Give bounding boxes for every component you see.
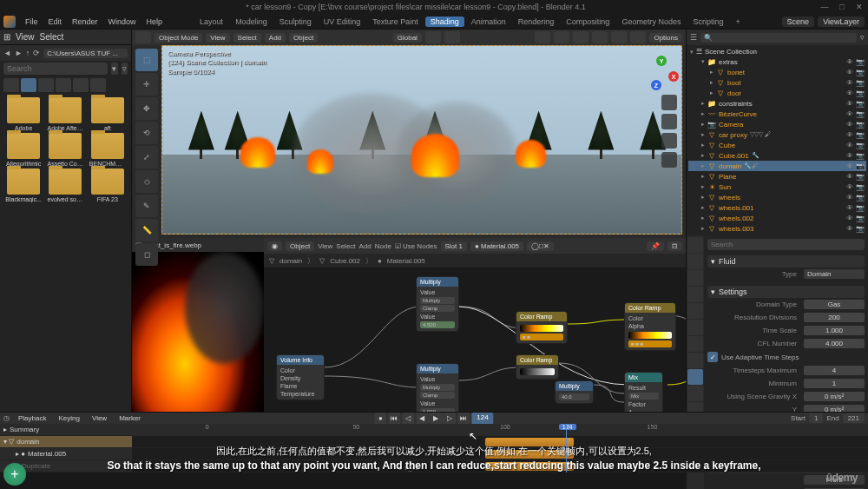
vp-select-menu[interactable]: Select	[233, 33, 261, 43]
outliner-search[interactable]: 🔍	[700, 33, 857, 43]
tab-rendering[interactable]: Rendering	[513, 17, 560, 27]
end-frame-field[interactable]: 221	[843, 413, 865, 423]
keyframe-clip[interactable]	[485, 438, 574, 446]
particle-tab-icon[interactable]	[687, 353, 703, 368]
eye-icon[interactable]: 👁	[846, 79, 853, 87]
shading-solid-icon[interactable]	[592, 31, 608, 43]
folder-item[interactable]: aft	[88, 97, 128, 131]
select-tool-icon[interactable]: ⬚	[135, 49, 158, 71]
annotate-tool-icon[interactable]: ✎	[135, 195, 158, 217]
eye-icon[interactable]: 👁	[846, 142, 853, 149]
fb-up-icon[interactable]: ↑	[26, 49, 30, 57]
camera-icon[interactable]	[661, 133, 677, 149]
eye-icon[interactable]: 👁	[846, 121, 853, 129]
prop-value[interactable]: 4.000	[804, 339, 865, 348]
physics-tab-icon[interactable]	[687, 369, 703, 385]
ne-shader-type[interactable]: Object	[286, 241, 314, 251]
eye-icon[interactable]: 👁	[846, 100, 853, 108]
folder-item[interactable]: Adobe After ...	[45, 97, 85, 131]
outliner-row[interactable]: ▸▽domain 🔧🖌👁📷	[688, 161, 866, 171]
outliner-row[interactable]: ▸▽wheels👁📷	[688, 192, 866, 202]
track-material[interactable]: ▸ ● Material.005	[0, 448, 132, 460]
eye-icon[interactable]: 👁	[846, 173, 853, 181]
ortho-icon[interactable]	[661, 152, 677, 168]
render-icon[interactable]: 📷	[856, 215, 865, 222]
eye-icon[interactable]: 👁	[846, 162, 853, 170]
shading-rendered-icon[interactable]	[630, 31, 646, 43]
fb-fwd-icon[interactable]: ►	[15, 49, 23, 57]
tab-scripting[interactable]: Scripting	[687, 17, 728, 27]
folder-item[interactable]: Assetto Corsa	[45, 133, 85, 167]
node-canvas[interactable]: Volume Info Color Density Flame Temperat…	[264, 268, 686, 412]
world-tab-icon[interactable]	[687, 303, 703, 319]
folder-item[interactable]: evolved soft...	[45, 169, 85, 202]
node-editor[interactable]: ◉ Object View Select Add Node ☑ Use Node…	[264, 238, 686, 412]
outliner-row[interactable]: ▾📁extras👁📷	[688, 56, 866, 67]
object-tab-icon[interactable]	[687, 320, 703, 335]
breadcrumb-mat[interactable]: Material.005	[387, 257, 425, 265]
modifier-tab-icon[interactable]	[687, 336, 703, 352]
tab-geonodes[interactable]: Geometry Nodes	[616, 17, 686, 27]
jump-start-icon[interactable]: ⏮	[388, 413, 400, 425]
eye-icon[interactable]: 👁	[846, 131, 853, 139]
fb-search-input[interactable]	[3, 63, 108, 75]
folder-item[interactable]: Blackmagic...	[3, 169, 43, 202]
mode-selector[interactable]: Object Mode	[155, 33, 202, 43]
playhead[interactable]	[566, 424, 567, 472]
tab-modeling[interactable]: Modeling	[230, 17, 273, 27]
transform-tool-icon[interactable]: ◇	[135, 170, 158, 193]
node-socket[interactable]: Value	[420, 375, 455, 383]
outliner-row[interactable]: ▸▽car proxy ▽▽▽ 🖌👁📷	[688, 129, 866, 140]
render-tab-icon[interactable]	[687, 237, 703, 253]
eye-icon[interactable]: 👁	[846, 89, 853, 97]
fb-back-icon[interactable]: ◄	[3, 49, 11, 57]
axis-z-icon[interactable]: Z	[651, 80, 661, 90]
node-socket[interactable]: Alpha	[628, 322, 672, 330]
fb-list-icon[interactable]	[3, 78, 19, 92]
render-icon[interactable]: 📷	[856, 225, 865, 233]
tab-compositing[interactable]: Compositing	[561, 17, 615, 27]
fb-view3-icon[interactable]	[38, 78, 54, 92]
output-tab-icon[interactable]	[687, 254, 703, 269]
maximize-button[interactable]: □	[837, 3, 847, 11]
properties-search[interactable]	[707, 239, 865, 250]
scene-tab-icon[interactable]	[687, 287, 703, 302]
render-icon[interactable]: 📷	[856, 142, 865, 149]
tab-uv[interactable]: UV Editing	[319, 17, 366, 27]
tab-sculpting[interactable]: Sculpting	[274, 17, 317, 27]
orientation-selector[interactable]: Global	[393, 33, 422, 43]
keyframe-clip[interactable]	[485, 450, 574, 459]
folder-item[interactable]: FIFA 23	[88, 169, 128, 202]
track-row[interactable]	[132, 448, 868, 460]
tl-playback-menu[interactable]: Playback	[15, 413, 49, 423]
breadcrumb-cube[interactable]: Cube.002	[330, 257, 360, 265]
node-volume-info[interactable]: Volume Info Color Density Flame Temperat…	[276, 354, 325, 400]
fb-path-field[interactable]: C:\Users\ASUS TUF ...	[43, 49, 128, 58]
3d-viewport[interactable]: Object Mode View Select Add Object Globa…	[132, 30, 686, 238]
outliner-row[interactable]: ▸▽wheels.002👁📷	[688, 213, 866, 223]
shading-wire-icon[interactable]	[573, 31, 589, 43]
keyframe-next-icon[interactable]: ▷	[444, 413, 456, 425]
outliner-row[interactable]: ▸📷Camera👁📷	[688, 119, 866, 129]
node-clamp-field[interactable]: Clamp	[420, 305, 455, 312]
frame-marker[interactable]: 124	[559, 424, 576, 430]
start-frame-field[interactable]: 1	[809, 413, 823, 423]
ne-node[interactable]: Node	[375, 242, 391, 250]
constraint-tab-icon[interactable]	[687, 386, 703, 401]
node-clamp-field[interactable]: Clamp	[420, 392, 455, 399]
outliner-editor-icon[interactable]: ☰	[690, 33, 697, 42]
outliner-row[interactable]: ▸☀Sun👁📷	[688, 182, 866, 192]
tab-shading[interactable]: Shading	[425, 17, 464, 27]
fire-image[interactable]	[132, 252, 264, 412]
prop-value[interactable]: Gas	[804, 300, 865, 309]
tab-layout[interactable]: Layout	[194, 17, 228, 27]
scene-collection-row[interactable]: ▾☰ Scene Collection	[688, 47, 866, 56]
render-icon[interactable]: 📷	[856, 89, 865, 97]
node-multiply[interactable]: Multiply 40.0	[555, 380, 594, 404]
eye-icon[interactable]: 👁	[846, 204, 853, 212]
outliner-row[interactable]: ▸▽wheels.001👁📷	[688, 202, 866, 213]
node-socket[interactable]: Density	[280, 374, 320, 382]
menu-render[interactable]: Render	[68, 17, 102, 26]
move-tool-icon[interactable]: ✥	[135, 97, 158, 120]
tab-animation[interactable]: Animation	[466, 17, 511, 27]
